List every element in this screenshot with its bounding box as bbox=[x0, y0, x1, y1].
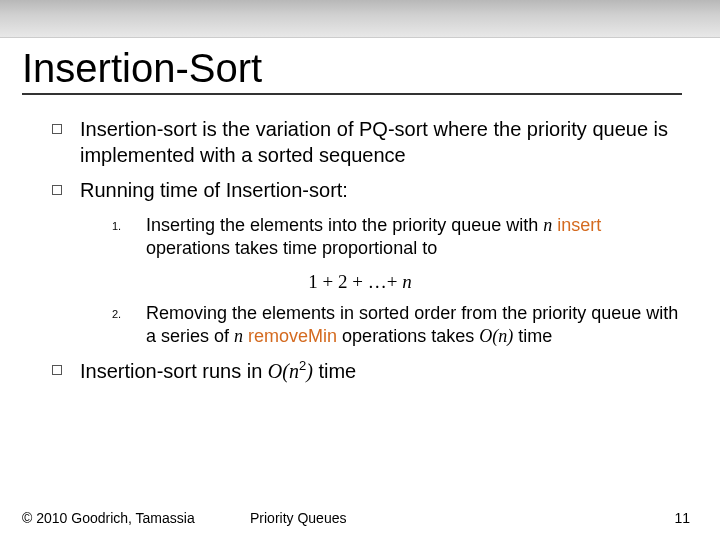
footer: © 2010 Goodrich, Tamassia Priority Queue… bbox=[0, 510, 720, 526]
bullet-marker-icon bbox=[52, 117, 80, 168]
footer-center: Priority Queues bbox=[240, 510, 660, 526]
slide-top-bar bbox=[0, 0, 720, 38]
numbered-list: 1. Inserting the elements into the prior… bbox=[22, 214, 698, 260]
bullet-item: Running time of Insertion-sort: bbox=[22, 178, 698, 204]
bullet-list: Insertion-sort is the variation of PQ-so… bbox=[22, 117, 698, 204]
operation-word: insert bbox=[557, 215, 601, 235]
footer-copyright: © 2010 Goodrich, Tamassia bbox=[0, 510, 240, 526]
text-fragment: time bbox=[313, 360, 356, 382]
bullet-text: Running time of Insertion-sort: bbox=[80, 178, 698, 204]
number-marker: 1. bbox=[112, 214, 146, 260]
final-text: Insertion-sort runs in O(n2) time bbox=[80, 358, 698, 384]
footer-page-number: 11 bbox=[660, 510, 720, 526]
bullet-marker-icon bbox=[52, 358, 80, 384]
var-n: n bbox=[234, 326, 243, 346]
operation-word: removeMin bbox=[248, 326, 337, 346]
bullet-item: Insertion-sort is the variation of PQ-so… bbox=[22, 117, 698, 168]
slide-body: Insertion-Sort Insertion-sort is the var… bbox=[0, 38, 720, 384]
text-fragment: Insertion-sort runs in bbox=[80, 360, 268, 382]
slide-title: Insertion-Sort bbox=[22, 46, 682, 95]
numbered-item: 1. Inserting the elements into the prior… bbox=[22, 214, 698, 260]
var-n: n bbox=[289, 360, 299, 382]
var-n: n bbox=[543, 215, 552, 235]
numbered-list-2: 2. Removing the elements in sorted order… bbox=[22, 302, 698, 348]
bullet-marker-icon bbox=[52, 178, 80, 204]
text-fragment: Inserting the elements into the priority… bbox=[146, 215, 543, 235]
formula: 1 + 2 + …+ n bbox=[22, 270, 698, 294]
bullet-item-final: Insertion-sort runs in O(n2) time bbox=[22, 358, 698, 384]
text-fragment: time bbox=[513, 326, 552, 346]
var-n: n bbox=[402, 271, 412, 292]
big-o-expr: O(n) bbox=[479, 326, 513, 346]
big-o-open: O( bbox=[268, 360, 289, 382]
numbered-text: Inserting the elements into the priority… bbox=[146, 214, 698, 260]
slide-content: Insertion-sort is the variation of PQ-so… bbox=[22, 117, 698, 384]
number-marker: 2. bbox=[112, 302, 146, 348]
text-fragment: operations takes bbox=[337, 326, 479, 346]
text-fragment: operations takes time proportional to bbox=[146, 238, 437, 258]
numbered-item: 2. Removing the elements in sorted order… bbox=[22, 302, 698, 348]
formula-text: 1 + 2 + …+ bbox=[308, 271, 402, 292]
big-o-close: ) bbox=[306, 360, 313, 382]
numbered-text: Removing the elements in sorted order fr… bbox=[146, 302, 698, 348]
bullet-text: Insertion-sort is the variation of PQ-so… bbox=[80, 117, 698, 168]
